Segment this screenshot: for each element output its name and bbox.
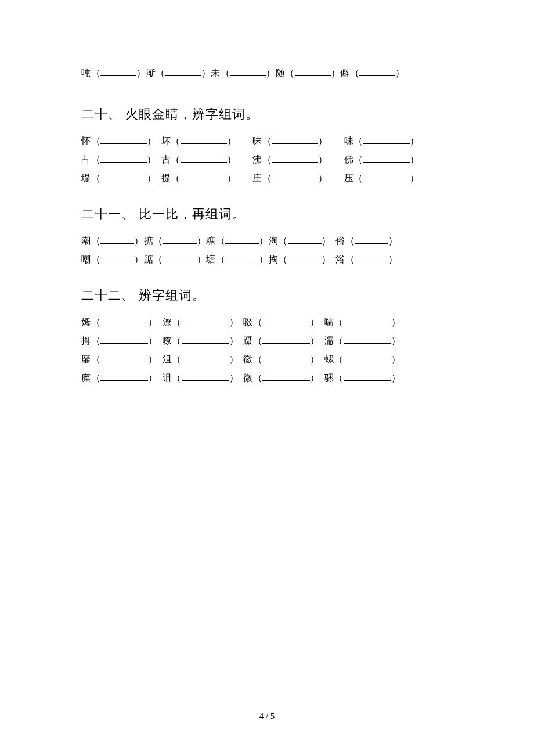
section-22: 二十二、 辨字组词。 姆（）潦（）啜（）嚅（） 拇（）嘹（）蹑（）濡（） 靡（）… bbox=[81, 287, 453, 384]
exercise-row: 占（）古（）沸（）佛（） bbox=[81, 153, 453, 166]
char: 濡 bbox=[324, 336, 334, 345]
blank bbox=[100, 67, 136, 76]
page-footer: 4 / 5 bbox=[0, 711, 534, 721]
blank bbox=[344, 334, 391, 344]
blank bbox=[363, 135, 410, 144]
blank bbox=[100, 353, 148, 362]
exercise-row: 堤（）提（）庄（）压（） bbox=[81, 172, 453, 185]
char: 吨 bbox=[81, 68, 91, 78]
blank bbox=[295, 67, 331, 76]
char: 淘 bbox=[269, 236, 279, 246]
blank bbox=[272, 172, 318, 181]
exercise-row: 怀（）坏（）昧（）味（） bbox=[81, 135, 453, 147]
blank bbox=[182, 353, 229, 362]
exercise-row: 糜（）诅（）微（）骡（） bbox=[81, 372, 453, 384]
blank bbox=[230, 67, 266, 76]
char: 潦 bbox=[163, 317, 172, 327]
blank bbox=[181, 153, 227, 163]
exercise-row: 嘲（）踮（）塘（）掏（）浴（） bbox=[81, 253, 453, 266]
char: 古 bbox=[161, 154, 171, 164]
char: 提 bbox=[161, 173, 171, 183]
blank bbox=[100, 172, 147, 181]
char: 占 bbox=[81, 154, 91, 164]
char: 掂 bbox=[144, 236, 154, 246]
char: 诅 bbox=[163, 373, 172, 383]
char: 昧 bbox=[252, 136, 262, 146]
char: 沮 bbox=[163, 354, 172, 364]
blank bbox=[100, 235, 134, 244]
char: 踮 bbox=[144, 254, 154, 264]
char: 怀 bbox=[81, 136, 91, 146]
char: 骡 bbox=[324, 373, 334, 383]
char: 坏 bbox=[161, 136, 171, 146]
char: 嘹 bbox=[163, 336, 172, 345]
char: 塘 bbox=[206, 254, 216, 264]
blank bbox=[288, 235, 322, 244]
char: 螺 bbox=[324, 354, 334, 364]
char: 徽 bbox=[243, 354, 253, 364]
blank bbox=[100, 253, 134, 262]
top-lead-row: 吨（）渐（）未（）随（）僻（） bbox=[81, 67, 453, 80]
char: 蹑 bbox=[243, 336, 253, 345]
section-21: 二十一、 比一比，再组词。 潮（）掂（）糖（）淘（）俗（） 嘲（）踮（）塘（）掏… bbox=[81, 206, 453, 266]
blank bbox=[262, 372, 310, 381]
blank bbox=[163, 253, 197, 262]
blank bbox=[100, 334, 148, 344]
blank bbox=[363, 172, 410, 181]
char: 未 bbox=[211, 68, 221, 78]
char: 味 bbox=[344, 136, 354, 146]
blank bbox=[100, 316, 148, 325]
blank bbox=[262, 353, 310, 362]
char: 糖 bbox=[206, 236, 216, 246]
blank bbox=[262, 334, 310, 344]
blank bbox=[165, 67, 201, 76]
blank bbox=[181, 135, 227, 144]
char: 浴 bbox=[335, 254, 345, 264]
blank bbox=[181, 172, 227, 181]
blank bbox=[182, 334, 229, 344]
blank bbox=[225, 253, 259, 262]
blank bbox=[225, 235, 259, 244]
char: 堤 bbox=[81, 173, 91, 183]
char: 随 bbox=[276, 68, 286, 78]
char: 嘲 bbox=[81, 254, 91, 264]
blank bbox=[262, 316, 310, 325]
char: 潮 bbox=[81, 236, 91, 246]
char: 嚅 bbox=[324, 317, 334, 327]
char: 掏 bbox=[269, 254, 279, 264]
char: 俗 bbox=[335, 236, 345, 246]
exercise-row: 潮（）掂（）糖（）淘（）俗（） bbox=[81, 235, 453, 247]
blank bbox=[163, 235, 197, 244]
blank bbox=[355, 235, 388, 244]
char: 拇 bbox=[81, 336, 91, 345]
blank bbox=[272, 135, 318, 144]
char: 佛 bbox=[344, 154, 354, 164]
blank bbox=[182, 316, 229, 325]
blank bbox=[100, 372, 148, 381]
blank bbox=[344, 372, 391, 381]
blank bbox=[288, 253, 322, 262]
char: 僻 bbox=[340, 68, 350, 78]
blank bbox=[359, 67, 395, 76]
char: 姆 bbox=[81, 317, 91, 327]
char: 沸 bbox=[252, 154, 262, 164]
section-20: 二十、 火眼金睛，辨字组词。 怀（）坏（）昧（）味（） 占（）古（）沸（）佛（）… bbox=[81, 106, 453, 185]
exercise-row: 拇（）嘹（）蹑（）濡（） bbox=[81, 334, 453, 347]
blank bbox=[355, 253, 388, 262]
exercise-row: 靡（）沮（）徽（）螺（） bbox=[81, 353, 453, 366]
char: 压 bbox=[344, 173, 354, 183]
char: 糜 bbox=[81, 373, 91, 383]
blank bbox=[182, 372, 229, 381]
blank bbox=[344, 316, 391, 325]
section-heading: 二十、 火眼金睛，辨字组词。 bbox=[81, 106, 453, 123]
char: 渐 bbox=[146, 68, 156, 78]
blank bbox=[272, 153, 318, 163]
blank bbox=[344, 353, 391, 362]
blank bbox=[100, 153, 147, 163]
char: 靡 bbox=[81, 354, 91, 364]
exercise-row: 姆（）潦（）啜（）嚅（） bbox=[81, 316, 453, 329]
char: 啜 bbox=[243, 317, 253, 327]
section-heading: 二十一、 比一比，再组词。 bbox=[81, 206, 453, 223]
blank bbox=[100, 135, 147, 144]
blank bbox=[363, 153, 410, 163]
